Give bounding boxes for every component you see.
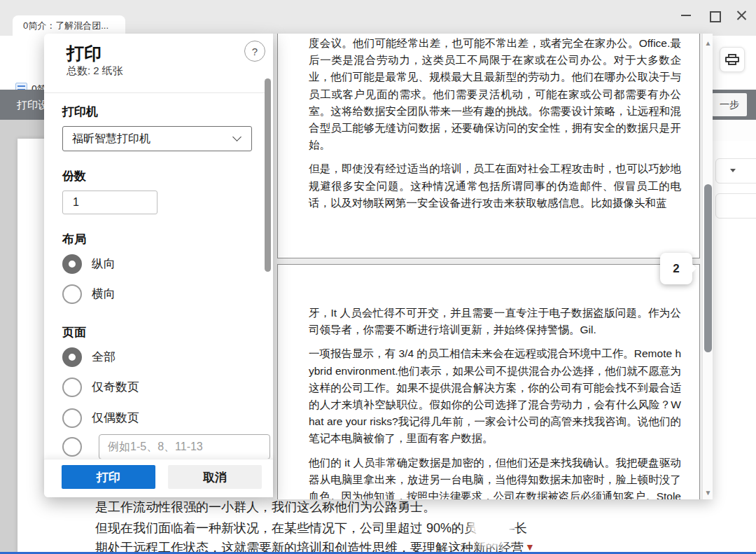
background-field[interactable]: [715, 193, 756, 219]
radio-selected-icon: [62, 254, 82, 274]
help-icon[interactable]: ?: [244, 41, 265, 62]
pages-label: 页面: [62, 324, 86, 340]
radio-icon: [62, 408, 82, 428]
print-preview-pane: 度会议。他们可能经常出差，也可能不常出差，或者完全在家办公。Office.最后一…: [273, 34, 713, 499]
radio-custom-range[interactable]: [62, 437, 82, 457]
radio-icon: [62, 378, 82, 397]
dialog-title: 打印: [66, 42, 102, 65]
background-text-line: 但现在我们面临着一种新状况，在某些情况下，公司里超过 90%的员工——长: [95, 520, 527, 536]
sheet-total: 总数: 2 纸张: [66, 64, 123, 78]
copies-input[interactable]: [62, 191, 158, 214]
scroll-up-icon[interactable]: ▲: [703, 39, 713, 47]
dialog-footer: 打印 取消: [44, 459, 273, 497]
divider: [44, 92, 267, 93]
printer-label: 打印机: [62, 104, 98, 120]
document-tab[interactable]: 0简介：了解混合团...: [13, 15, 125, 36]
radio-icon: [62, 284, 82, 304]
window-controls: [679, 8, 749, 22]
radio-selected-icon: [62, 347, 82, 367]
background-right-strip: [713, 120, 756, 141]
chevron-down-icon: [232, 132, 241, 141]
cancel-button[interactable]: 取消: [168, 465, 262, 489]
radio-landscape[interactable]: 横向: [62, 284, 115, 304]
radio-label: 全部: [92, 350, 115, 363]
white-blob-overlay: [475, 508, 510, 543]
printer-quick-button[interactable]: [720, 47, 745, 72]
background-text-line: 是工作流动性很强的一小群人，我们这么称他们为公路勇士。: [95, 499, 435, 515]
print-confirm-button[interactable]: 打印: [62, 465, 155, 489]
page-number-badge: 2: [660, 253, 692, 284]
minimize-icon[interactable]: [679, 8, 693, 22]
maximize-icon[interactable]: [707, 8, 721, 22]
preview-paragraph: 他们的 it 人员非常确定数据是加密的，但他们还是来找我确认。我把硬盘驱动器从电…: [309, 455, 681, 499]
radio-all-pages[interactable]: 全部: [62, 347, 115, 367]
printer-select-value: 福昕智慧打印机: [72, 132, 150, 144]
print-dialog: 打印 总数: 2 纸张 ? 打印机 福昕智慧打印机 份数 布局 纵向 横向 页面…: [44, 34, 273, 497]
printer-select[interactable]: 福昕智慧打印机: [62, 126, 252, 151]
radio-portrait[interactable]: 纵向: [62, 254, 115, 274]
radio-odd-pages[interactable]: 仅奇数页: [62, 378, 139, 397]
preview-paragraph: 度会议。他们可能经常出差，也可能不常出差，或者完全在家办公。Office.最后一…: [309, 35, 681, 153]
layout-label: 布局: [62, 231, 86, 247]
radio-even-pages[interactable]: 仅偶数页: [62, 408, 139, 428]
background-dropdown[interactable]: [715, 158, 756, 183]
preview-scrollbar-thumb[interactable]: [704, 184, 712, 352]
radio-label: 仅偶数页: [92, 411, 139, 424]
radio-icon: [62, 437, 82, 457]
more-content-icon: ▼: [525, 541, 535, 553]
caret-down-icon: [730, 169, 736, 172]
radio-label: 仅奇数页: [92, 380, 139, 394]
page-range-input[interactable]: [99, 434, 270, 459]
printer-icon: [725, 54, 739, 66]
close-icon[interactable]: [735, 8, 749, 22]
preview-page-1: 度会议。他们可能经常出差，也可能不常出差，或者完全在家办公。Office.最后一…: [277, 34, 700, 258]
next-step-button[interactable]: 一步: [712, 93, 747, 116]
preview-page-2: 牙，It 人员会忙得不可开交，并且需要一直专注于电子数据盗版问题。作为公司领导者…: [277, 264, 700, 499]
copies-label: 份数: [62, 168, 86, 184]
preview-paragraph: 一项报告显示，有 3/4 的员工相信未来会在远程或混合环境中工作。Remote …: [309, 345, 681, 447]
preview-paragraph: 但是，即使没有经过适当的培训，员工在面对社会工程攻击时，也可以巧妙地规避很多安全…: [309, 160, 681, 212]
titlebar: 0简介：了解混合团...: [0, 0, 756, 36]
preview-paragraph: 牙，It 人员会忙得不可开交，并且需要一直专注于电子数据盗版问题。作为公司领导者…: [309, 305, 681, 338]
scroll-down-icon[interactable]: ▼: [703, 489, 713, 497]
dialog-scrollbar-thumb[interactable]: [265, 78, 271, 272]
preview-scrollbar[interactable]: ▲ ▼: [702, 34, 713, 499]
radio-label: 纵向: [92, 257, 115, 270]
radio-label: 横向: [92, 287, 115, 300]
